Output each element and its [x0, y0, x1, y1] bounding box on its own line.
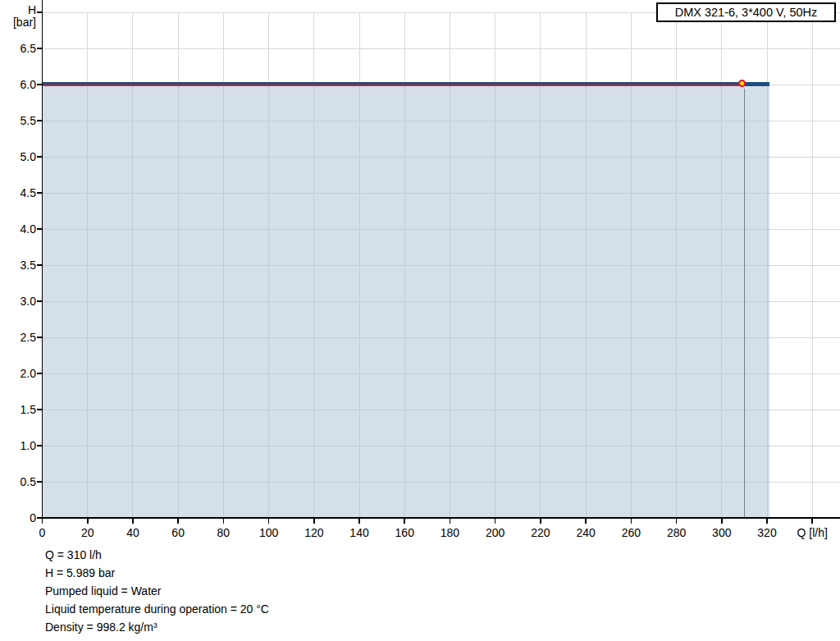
y-axis-tick-label: 1.5 — [0, 403, 36, 416]
x-axis-tick — [358, 518, 360, 524]
y-axis-tick-label: 0.5 — [0, 475, 36, 488]
legend-box: DMX 321-6, 3*400 V, 50Hz — [656, 2, 836, 22]
x-axis-tick — [42, 518, 43, 524]
x-axis-tick-label: 20 — [65, 526, 111, 539]
x-axis-tick — [540, 518, 541, 524]
y-axis-tick — [37, 156, 43, 158]
x-axis-tick-label: 100 — [246, 526, 292, 539]
x-axis-tick-label: 260 — [608, 526, 654, 539]
info-density: Density = 998.2 kg/m³ — [45, 618, 269, 636]
x-axis-tick — [495, 518, 496, 524]
x-axis-tick — [87, 518, 89, 524]
x-axis-tick-label: 300 — [699, 526, 745, 539]
y-axis-tick-label: 0 — [0, 511, 36, 524]
x-axis-tick-label: 40 — [110, 526, 156, 539]
y-axis-tick-label: 3.5 — [0, 259, 36, 272]
y-axis-tick — [37, 11, 43, 13]
duty-operating-line — [43, 85, 745, 86]
x-axis-tick — [268, 518, 270, 524]
y-axis-tick — [37, 120, 43, 121]
x-axis-tick — [404, 518, 405, 524]
x-axis-tick-label: 240 — [563, 526, 609, 539]
x-axis-tick — [676, 518, 678, 524]
y-axis-tick — [37, 409, 43, 410]
x-axis-tick — [313, 518, 315, 524]
y-axis-tick-label: 3.0 — [0, 295, 36, 308]
x-axis-tick-label: 180 — [427, 526, 472, 539]
x-axis-tick-label: 0 — [20, 526, 66, 539]
y-axis-tick — [37, 300, 43, 302]
y-axis-title: H [bar] — [0, 4, 36, 29]
y-axis-tick — [37, 228, 43, 230]
x-axis-tick — [585, 518, 587, 524]
y-axis-tick-label: 5.5 — [0, 114, 36, 127]
y-axis-tick — [37, 84, 43, 85]
chart-plot-area[interactable]: 00.51.01.52.02.53.03.54.04.55.05.56.06.5… — [0, 0, 840, 641]
y-axis-tick-label: 5.0 — [0, 150, 36, 163]
x-axis-tick-label: 60 — [155, 526, 201, 539]
y-axis-tick-label: 6.5 — [0, 42, 36, 55]
x-axis-tick-label: 160 — [381, 526, 427, 539]
x-axis-tick — [132, 518, 134, 524]
y-axis-tick-label: 2.5 — [0, 331, 36, 344]
y-axis-line — [42, 0, 43, 519]
y-axis-tick — [37, 481, 43, 483]
x-axis-tick — [721, 518, 723, 524]
y-axis-tick-label: 4.5 — [0, 186, 36, 199]
info-head: H = 5.989 bar — [45, 564, 269, 582]
operating-point-info: Q = 310 l/h H = 5.989 bar Pumped liquid … — [45, 546, 269, 636]
info-pumped-liquid: Pumped liquid = Water — [45, 582, 269, 600]
legend-label: DMX 321-6, 3*400 V, 50Hz — [675, 6, 818, 19]
x-axis-tick-label: 200 — [472, 526, 518, 539]
x-axis-tick — [631, 518, 632, 524]
x-axis-tick-label: 140 — [336, 526, 382, 539]
x-axis-line — [42, 517, 840, 519]
x-axis-tick — [450, 518, 451, 524]
x-axis-tick — [811, 518, 813, 524]
x-axis-tick — [223, 518, 225, 524]
y-axis-tick — [37, 192, 43, 194]
pump-curve-screen: 00.51.01.52.02.53.03.54.04.55.05.56.06.5… — [0, 0, 840, 641]
x-axis-tick — [177, 518, 179, 524]
x-axis-title: Q [l/h] — [783, 526, 840, 539]
info-liquid-temperature: Liquid temperature during operation = 20… — [45, 600, 269, 618]
x-axis-tick-label: 220 — [518, 526, 564, 539]
x-axis-tick-label: 80 — [200, 526, 246, 539]
gridline-horizontal — [43, 48, 840, 49]
y-axis-tick-label: 4.0 — [0, 222, 36, 236]
y-axis-tick-label: 1.0 — [0, 439, 36, 452]
operating-point-drop-line — [744, 89, 746, 517]
curve-area-fill — [43, 86, 769, 517]
y-axis-tick — [37, 373, 43, 374]
y-axis-tick-label: 2.0 — [0, 367, 36, 380]
info-flow: Q = 310 l/h — [45, 546, 269, 564]
y-axis-title-line2: [bar] — [0, 16, 36, 29]
y-axis-title-line1: H — [0, 4, 36, 16]
y-axis-tick — [37, 48, 43, 49]
x-axis-tick-label: 120 — [291, 526, 337, 539]
x-axis-tick — [766, 518, 768, 524]
y-axis-tick — [37, 445, 43, 446]
gridline-vertical — [812, 12, 813, 518]
x-axis-tick-label: 280 — [654, 526, 700, 539]
y-axis-tick — [37, 264, 43, 266]
y-axis-tick — [37, 337, 43, 338]
y-axis-tick-label: 6.0 — [0, 78, 36, 91]
